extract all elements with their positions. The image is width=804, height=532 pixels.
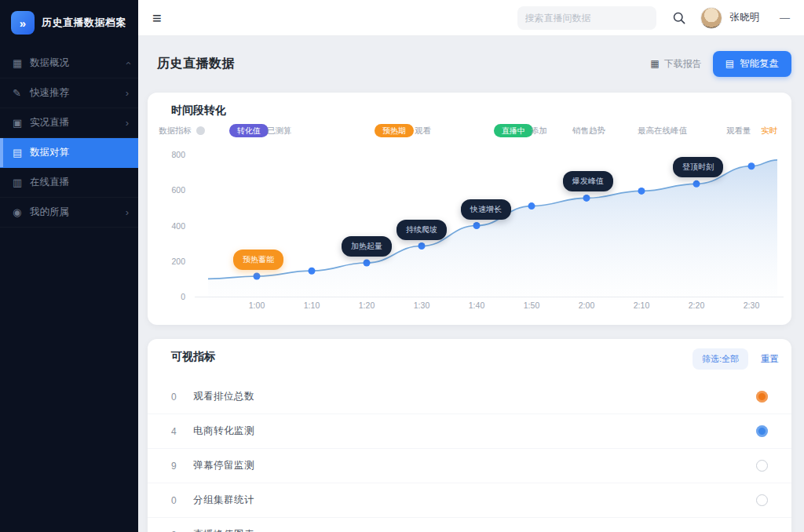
calendar-icon: ▦ [650, 58, 659, 69]
x-tick-label: 1:40 [456, 301, 497, 310]
row-label: 弹幕停留监测 [193, 459, 756, 472]
sidebar-item-label: 我的所属 [30, 206, 126, 219]
globe-icon: ◉ [13, 206, 30, 218]
reset-link[interactable]: 重置 [761, 353, 779, 365]
list-item[interactable]: 4 电商转化监测 [148, 414, 791, 449]
chart-card-title: 时间段转化 [171, 104, 226, 118]
chart-area [208, 160, 777, 300]
x-tick-label: 1:20 [346, 301, 387, 310]
data-point[interactable] [748, 162, 755, 169]
list-item[interactable]: 0 分组集群统计 [148, 483, 791, 518]
sidebar-item-label: 快速推荐 [30, 86, 126, 100]
x-tick-label: 1:00 [236, 301, 277, 310]
filter-chip[interactable]: 筛选:全部 [693, 348, 748, 370]
data-point[interactable] [364, 260, 371, 267]
menu-icon[interactable]: ≡ [152, 10, 162, 26]
legend-pill-live[interactable]: 直播中 [494, 124, 533, 137]
sidebar: » 历史直播数据档案 ▦ 数据概况 › ✎ 快速推荐 › ▣ 实况直播 › ▤ … [0, 0, 138, 532]
legend-label: 观看 [415, 124, 431, 137]
row-number: 0 [171, 392, 193, 403]
more-icon[interactable]: — [780, 12, 790, 24]
list-item[interactable]: 0 观看排位总数 [148, 380, 791, 414]
data-point[interactable] [418, 242, 426, 250]
sidebar-item-recommend[interactable]: ✎ 快速推荐 › [0, 78, 138, 108]
row-number: 9 [171, 461, 193, 472]
status-badge-empty[interactable] [756, 494, 768, 506]
metrics-card-title: 可视指标 [171, 350, 215, 364]
chart-annotation: 加热起量 [342, 236, 392, 257]
content: 历史直播数据 ▦ 下载报告 ▤ 智能复盘 时间段转化 数据指标 [138, 36, 804, 532]
sidebar-item-label: 实况直播 [30, 116, 126, 129]
legend-label: 销售趋势 [572, 124, 605, 137]
metrics-card: 可视指标 筛选:全部 重置 0 观看排位总数 4 电商转化监测 [148, 339, 791, 532]
x-tick-label: 1:50 [511, 301, 552, 310]
sidebar-item-online[interactable]: ▥ 在线直播 › [0, 168, 138, 198]
main-area: ≡ 张晓明 — 历史直播数据 ▦ 下载报告 [138, 0, 804, 532]
data-point[interactable] [693, 180, 700, 188]
avatar[interactable] [700, 7, 722, 29]
row-label: 观看排位总数 [193, 390, 756, 403]
data-point[interactable] [638, 188, 645, 195]
row-number: 4 [171, 426, 193, 437]
chevron-right-icon: › [126, 117, 129, 129]
y-tick-label: 0 [154, 292, 185, 301]
data-point[interactable] [528, 202, 535, 210]
legend-label: 数据指标 [159, 124, 192, 137]
app-title: 历史直播数据档案 [42, 16, 126, 30]
sidebar-nav: ▦ 数据概况 › ✎ 快速推荐 › ▣ 实况直播 › ▤ 数据对算 › ▥ 在线 [0, 49, 138, 228]
download-report-button[interactable]: ▦ 下载报告 [650, 57, 701, 71]
sidebar-item-overview[interactable]: ▦ 数据概况 › [0, 49, 138, 78]
search-icon[interactable] [672, 11, 686, 25]
status-badge-empty[interactable] [756, 460, 768, 472]
sidebar-item-label: 数据概况 [30, 56, 126, 70]
legend-pill-conversion[interactable]: 转化值 [229, 124, 269, 137]
chart-annotation: 登顶时刻 [673, 157, 723, 177]
search-box [517, 6, 656, 30]
legend-dot-icon[interactable] [196, 126, 205, 135]
sidebar-item-label: 数据对算 [30, 146, 126, 159]
page-title: 历史直播数据 [157, 56, 235, 72]
shield-icon: ▣ [13, 117, 30, 129]
status-badge-orange[interactable] [756, 391, 768, 403]
username: 张晓明 [730, 11, 760, 24]
y-tick-label: 800 [154, 150, 185, 159]
sidebar-item-data-compare[interactable]: ▤ 数据对算 › [0, 138, 138, 168]
row-label: 分组集群统计 [193, 494, 756, 507]
data-point[interactable] [473, 222, 481, 229]
legend-label: 最高在线峰值 [638, 124, 687, 137]
data-point[interactable] [583, 195, 590, 202]
page-head: 历史直播数据 ▦ 下载报告 ▤ 智能复盘 [157, 50, 791, 77]
legend-pill-warmup[interactable]: 预热期 [375, 124, 414, 137]
x-tick-label: 2:20 [676, 301, 717, 310]
chevron-up-icon: › [121, 61, 133, 64]
topbar: ≡ 张晓明 — [138, 0, 804, 36]
x-tick-label: 2:10 [621, 301, 662, 310]
list-item[interactable]: 2 直播峰值图表 [148, 518, 791, 532]
row-label: 电商转化监测 [193, 425, 756, 438]
data-point[interactable] [254, 272, 261, 279]
chart-annotation: 爆发峰值 [563, 171, 613, 191]
x-tick-label: 2:00 [566, 301, 607, 310]
monitor-icon: ▤ [13, 147, 30, 159]
chevron-right-icon: › [126, 87, 129, 99]
row-number: 0 [171, 495, 193, 506]
smart-review-label: 智能复盘 [740, 57, 779, 71]
sidebar-item-live[interactable]: ▣ 实况直播 › [0, 108, 138, 138]
sidebar-item-label: 在线直播 [30, 176, 126, 189]
smart-review-button[interactable]: ▤ 智能复盘 [713, 51, 791, 77]
x-tick-label: 1:10 [291, 301, 332, 310]
chevron-right-icon: › [126, 206, 129, 218]
chart-legend: 数据指标 转化值 已测算 预热期 观看 直播中 添加 销售趋势 最高在线峰值 观… [148, 124, 791, 140]
sidebar-item-mine[interactable]: ◉ 我的所属 › [0, 198, 138, 228]
status-badge-blue[interactable] [756, 425, 768, 437]
data-point[interactable] [309, 268, 316, 275]
search-input[interactable] [525, 13, 649, 24]
download-report-label: 下载报告 [664, 57, 702, 71]
chart-card: 时间段转化 数据指标 转化值 已测算 预热期 观看 直播中 添加 销售趋势 最高… [148, 93, 791, 325]
list-item[interactable]: 9 弹幕停留监测 [148, 449, 791, 483]
app-logo-icon: » [11, 11, 35, 35]
grid-icon: ▦ [13, 57, 30, 69]
chart-annotation: 持续爬坡 [397, 220, 447, 240]
x-tick-label: 1:30 [401, 301, 442, 310]
y-tick-label: 200 [154, 257, 185, 266]
